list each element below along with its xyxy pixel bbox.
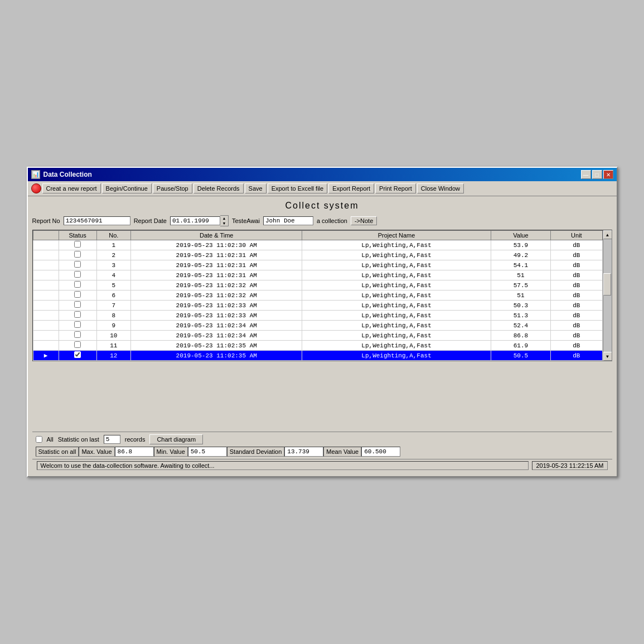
row-checkbox[interactable] — [74, 351, 81, 358]
close-button[interactable]: ✕ — [603, 170, 613, 179]
create-report-button[interactable]: Creat a new report — [42, 183, 101, 193]
empty-area — [32, 365, 612, 432]
note-button[interactable]: ->Note — [351, 216, 377, 225]
stat-row2: Statistic on all Max. Value 86.8 Min. Va… — [36, 447, 609, 457]
table-row[interactable]: 82019-05-23 11:02:33 AMLp,Weighting,A,Fa… — [33, 311, 602, 321]
row-datetime: 2019-05-23 11:02:33 AM — [131, 311, 302, 321]
std-dev-value: 13.739 — [284, 447, 323, 457]
report-date-label: Report Date — [134, 217, 167, 224]
report-no-label: Report No — [32, 217, 60, 224]
row-no: 8 — [96, 311, 130, 321]
row-checkbox[interactable] — [74, 341, 81, 348]
row-checkbox[interactable] — [74, 261, 81, 268]
max-value-label: Max. Value — [79, 447, 114, 457]
all-checkbox[interactable] — [36, 436, 42, 443]
scroll-up-button[interactable]: ▲ — [603, 230, 612, 239]
row-value: 57.5 — [491, 280, 551, 290]
row-datetime: 2019-05-23 11:02:33 AM — [131, 301, 302, 311]
report-date-input[interactable] — [170, 216, 220, 225]
row-indicator — [33, 240, 59, 250]
table-row[interactable]: 52019-05-23 11:02:32 AMLp,Weighting,A,Fa… — [33, 280, 602, 290]
export-report-button[interactable]: Export Report — [328, 183, 374, 193]
row-unit: dB — [551, 240, 602, 250]
statistic-on-all-label: Statistic on all — [36, 447, 79, 457]
table-row[interactable]: 62019-05-23 11:02:32 AMLp,Weighting,A,Fa… — [33, 290, 602, 301]
min-value: 50.5 — [188, 447, 227, 457]
date-down-button[interactable]: ▼ — [220, 221, 228, 226]
row-no: 6 — [96, 290, 130, 301]
row-checkbox[interactable] — [74, 251, 81, 258]
table-row[interactable]: 32019-05-23 11:02:31 AMLp,Weighting,A,Fa… — [33, 260, 602, 270]
row-value: 49.2 — [491, 250, 551, 260]
export-excel-button[interactable]: Export to Excell file — [268, 183, 328, 193]
table-row[interactable]: 102019-05-23 11:02:34 AMLp,Weighting,A,F… — [33, 331, 602, 341]
report-no-input[interactable] — [64, 216, 130, 225]
begin-continue-button[interactable]: Begin/Continue — [102, 183, 152, 193]
table-row[interactable]: 72019-05-23 11:02:33 AMLp,Weighting,A,Fa… — [33, 301, 602, 311]
row-project: Lp,Weighting,A,Fast — [302, 250, 491, 260]
scroll-thumb[interactable] — [603, 273, 611, 296]
row-no: 4 — [96, 270, 130, 280]
date-up-button[interactable]: ▲ — [220, 216, 228, 221]
row-value: 53.9 — [491, 240, 551, 250]
toolbar: Creat a new report Begin/Continue Pause/… — [28, 181, 617, 196]
row-project: Lp,Weighting,A,Fast — [302, 351, 491, 361]
table-row[interactable]: 22019-05-23 11:02:31 AMLp,Weighting,A,Fa… — [33, 250, 602, 260]
row-checkbox[interactable] — [74, 301, 81, 308]
teste-awai-input[interactable] — [263, 216, 313, 225]
row-value: 61.9 — [491, 341, 551, 351]
row-checkbox[interactable] — [74, 241, 81, 248]
close-window-button[interactable]: Close Window — [417, 183, 464, 193]
row-indicator — [33, 341, 59, 351]
row-unit: dB — [551, 321, 602, 331]
window-title: Data Collection — [43, 171, 92, 178]
table-row[interactable]: 112019-05-23 11:02:35 AMLp,Weighting,A,F… — [33, 341, 602, 351]
print-report-button[interactable]: Print Report — [375, 183, 416, 193]
checkbox-cell — [59, 270, 96, 280]
minimize-button[interactable]: — — [581, 170, 591, 179]
chart-diagram-button[interactable]: Chart diagram — [149, 434, 203, 444]
data-table: Status No. Date & Time Project Name Valu… — [33, 230, 603, 361]
row-value: 51 — [491, 270, 551, 280]
table-body: 12019-05-23 11:02:30 AMLp,Weighting,A,Fa… — [33, 240, 602, 361]
row-project: Lp,Weighting,A,Fast — [302, 290, 491, 301]
row-indicator — [33, 280, 59, 290]
vertical-scrollbar[interactable]: ▲ ▼ — [603, 230, 612, 361]
row-checkbox[interactable] — [74, 271, 81, 278]
row-checkbox[interactable] — [74, 291, 81, 298]
col-header-no: No. — [96, 231, 130, 240]
row-datetime: 2019-05-23 11:02:34 AM — [131, 331, 302, 341]
all-label: All — [47, 436, 54, 443]
table-row[interactable]: 92019-05-23 11:02:34 AMLp,Weighting,A,Fa… — [33, 321, 602, 331]
row-unit: dB — [551, 311, 602, 321]
col-header-status2: Status — [59, 231, 96, 240]
table-row[interactable]: 42019-05-23 11:02:31 AMLp,Weighting,A,Fa… — [33, 270, 602, 280]
delete-records-button[interactable]: Delete Records — [193, 183, 244, 193]
mean-value-label: Mean Value — [323, 447, 361, 457]
table-row[interactable]: 12019-05-23 11:02:30 AMLp,Weighting,A,Fa… — [33, 240, 602, 250]
row-checkbox[interactable] — [74, 281, 81, 288]
row-indicator — [33, 270, 59, 280]
row-checkbox[interactable] — [74, 311, 81, 318]
row-unit: dB — [551, 260, 602, 270]
row-project: Lp,Weighting,A,Fast — [302, 301, 491, 311]
scroll-track[interactable] — [603, 239, 612, 352]
save-button[interactable]: Save — [245, 183, 267, 193]
row-value: 54.1 — [491, 260, 551, 270]
row-checkbox[interactable] — [74, 331, 81, 338]
maximize-button[interactable]: □ — [592, 170, 602, 179]
scroll-down-button[interactable]: ▼ — [603, 352, 612, 361]
row-checkbox[interactable] — [74, 321, 81, 328]
checkbox-cell — [59, 250, 96, 260]
last-records-input[interactable] — [104, 435, 120, 444]
main-content: Collect system Report No Report Date ▲ ▼… — [28, 196, 617, 476]
row-indicator: ▶ — [33, 351, 59, 361]
pause-stop-button[interactable]: Pause/Stop — [153, 183, 192, 193]
row-no: 11 — [96, 341, 130, 351]
date-input-wrapper: ▲ ▼ — [170, 215, 229, 226]
row-project: Lp,Weighting,A,Fast — [302, 280, 491, 290]
col-header-project: Project Name — [302, 231, 491, 240]
checkbox-cell — [59, 260, 96, 270]
row-datetime: 2019-05-23 11:02:31 AM — [131, 270, 302, 280]
table-row[interactable]: ▶122019-05-23 11:02:35 AMLp,Weighting,A,… — [33, 351, 602, 361]
